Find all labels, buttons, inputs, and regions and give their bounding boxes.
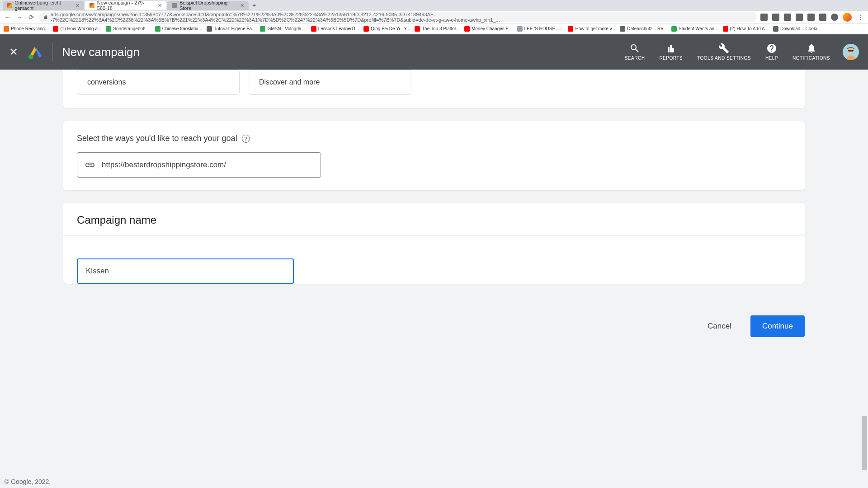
continue-button[interactable]: Continue bbox=[750, 315, 805, 337]
bookmark-label: Chinese translatio... bbox=[162, 26, 202, 31]
close-button[interactable]: ✕ bbox=[9, 46, 27, 58]
bookmark-favicon bbox=[464, 26, 470, 32]
new-tab-button[interactable]: + bbox=[250, 1, 259, 10]
reports-icon bbox=[665, 43, 676, 54]
profile-avatar[interactable] bbox=[843, 13, 852, 22]
tool-label: TOOLS AND SETTINGS bbox=[697, 56, 751, 61]
reports-tool[interactable]: REPORTS bbox=[652, 43, 690, 61]
section-label-text: Select the ways you'd like to reach your… bbox=[77, 134, 237, 143]
bookmark-item[interactable]: Download – Cooki... bbox=[773, 26, 821, 32]
bookmark-item[interactable]: GMSN - Vologda,... bbox=[260, 26, 306, 32]
bookmark-item[interactable]: Student Wants an... bbox=[671, 26, 718, 32]
bookmark-item[interactable]: Phone Recycling... bbox=[4, 26, 48, 32]
bookmark-item[interactable]: Datenschutz – Re... bbox=[620, 26, 667, 32]
zoom-icon[interactable] bbox=[772, 14, 779, 21]
bookmark-favicon bbox=[568, 26, 573, 32]
bookmark-label: Sonderangebot! ... bbox=[113, 26, 150, 31]
bookmark-favicon bbox=[773, 26, 778, 32]
option-label: conversions bbox=[87, 78, 126, 86]
svg-point-0 bbox=[28, 54, 33, 59]
translate-icon[interactable] bbox=[760, 14, 768, 21]
bookmark-favicon bbox=[155, 26, 160, 32]
back-button[interactable]: ← bbox=[4, 13, 12, 21]
bookmark-item[interactable]: (2) How To Add A... bbox=[723, 26, 769, 32]
bookmark-favicon bbox=[4, 26, 9, 32]
url-value: https://besterdropshippingstore.com/ bbox=[102, 160, 226, 169]
help-tool[interactable]: HELP bbox=[758, 43, 785, 61]
scrollbar[interactable] bbox=[862, 34, 867, 488]
bookmark-item[interactable]: How to get more v... bbox=[568, 26, 615, 32]
bookmark-label: Phone Recycling... bbox=[11, 26, 48, 31]
bookmark-item[interactable]: Lessons Learned f... bbox=[311, 26, 359, 32]
bookmark-label: Datenschutz – Re... bbox=[627, 26, 667, 31]
bookmark-favicon bbox=[517, 26, 523, 32]
tab-close-icon[interactable]: ✕ bbox=[158, 3, 162, 9]
bookmark-label: Qing Fei De Yi - Y... bbox=[371, 26, 410, 31]
address-bar[interactable]: ads.google.com/aw/campaigns/new?ocid=359… bbox=[39, 12, 757, 22]
tools-settings[interactable]: TOOLS AND SETTINGS bbox=[690, 43, 758, 61]
campaign-name-card: Campaign name bbox=[63, 203, 805, 284]
browser-tab[interactable]: Onlinewerbung leicht gemacht ✕ bbox=[3, 1, 84, 10]
bookmark-label: How to get more v... bbox=[575, 26, 615, 31]
bookmark-favicon bbox=[723, 26, 728, 32]
bookmark-favicon bbox=[260, 26, 265, 32]
option-discover[interactable]: Discover and more bbox=[249, 70, 411, 95]
search-icon bbox=[629, 43, 640, 54]
forward-button[interactable]: → bbox=[15, 13, 24, 21]
bookmark-star-icon[interactable] bbox=[796, 14, 803, 21]
avatar-icon bbox=[843, 44, 859, 60]
bookmark-label: (1) How Working a... bbox=[60, 26, 101, 31]
bookmark-favicon bbox=[311, 26, 316, 32]
share-icon[interactable] bbox=[784, 14, 791, 21]
tab-title: Onlinewerbung leicht gemacht bbox=[14, 0, 71, 11]
cancel-button[interactable]: Cancel bbox=[696, 315, 743, 337]
reload-button[interactable]: ⟳ bbox=[27, 13, 35, 21]
bookmark-item[interactable]: Chinese translatio... bbox=[155, 26, 202, 32]
bookmark-label: Money Changes E... bbox=[472, 26, 513, 31]
bookmark-item[interactable]: (1) How Working a... bbox=[53, 26, 101, 32]
action-row: Cancel Continue bbox=[63, 315, 805, 337]
user-avatar[interactable] bbox=[843, 44, 859, 60]
google-ads-logo bbox=[27, 44, 43, 60]
option-conversions[interactable]: conversions bbox=[77, 70, 240, 95]
wrench-icon bbox=[718, 43, 729, 54]
browser-tab-active[interactable]: New campaign - 279-560-18 ✕ bbox=[85, 1, 166, 10]
extension-icon[interactable] bbox=[807, 14, 815, 21]
section-label: Select the ways you'd like to reach your… bbox=[77, 134, 250, 143]
browser-tab[interactable]: Beispiel Dropshipping Store ✕ bbox=[167, 1, 249, 10]
tool-label: SEARCH bbox=[625, 56, 645, 61]
option-label: Discover and more bbox=[259, 78, 320, 86]
website-url-input[interactable]: https://besterdropshippingstore.com/ bbox=[77, 152, 321, 178]
bookmark-item[interactable]: Tutorial: Eigene Fa... bbox=[207, 26, 255, 32]
bookmark-label: Lessons Learned f... bbox=[318, 26, 359, 31]
bookmark-item[interactable]: Sonderangebot! ... bbox=[106, 26, 150, 32]
help-icon[interactable]: ? bbox=[242, 135, 250, 143]
tab-favicon bbox=[7, 3, 12, 8]
extension-icon[interactable] bbox=[831, 14, 838, 21]
bookmark-label: Download – Cooki... bbox=[780, 26, 821, 31]
tab-close-icon[interactable]: ✕ bbox=[240, 3, 244, 9]
bell-icon bbox=[806, 43, 817, 54]
scrollbar-thumb[interactable] bbox=[862, 416, 867, 470]
tool-label: REPORTS bbox=[659, 56, 683, 61]
tab-close-icon[interactable]: ✕ bbox=[75, 3, 80, 9]
bookmark-favicon bbox=[53, 26, 58, 32]
footer-text: © Google, 2022. bbox=[5, 478, 51, 485]
bookmark-item[interactable]: LEE 'S HOUSE—... bbox=[517, 26, 564, 32]
link-icon bbox=[85, 160, 95, 170]
menu-icon[interactable]: ⋮ bbox=[856, 13, 864, 21]
campaign-name-input[interactable] bbox=[86, 267, 285, 276]
browser-toolbar: ← → ⟳ ads.google.com/aw/campaigns/new?oc… bbox=[0, 11, 868, 23]
app-header: ✕ New campaign SEARCH REPORTS TOOLS AND … bbox=[0, 34, 868, 70]
divider bbox=[63, 235, 805, 236]
search-tool[interactable]: SEARCH bbox=[618, 43, 652, 61]
reach-goal-card: Select the ways you'd like to reach your… bbox=[63, 121, 805, 190]
tool-label: HELP bbox=[765, 56, 778, 61]
extension-icon[interactable] bbox=[819, 14, 826, 21]
notifications-tool[interactable]: NOTIFICATIONS bbox=[785, 43, 837, 61]
bookmark-label: Student Wants an... bbox=[679, 26, 718, 31]
bookmark-favicon bbox=[671, 26, 677, 32]
bookmark-item[interactable]: The Top 3 Platfor... bbox=[415, 26, 460, 32]
bookmark-item[interactable]: Qing Fei De Yi - Y... bbox=[363, 26, 410, 32]
bookmark-item[interactable]: Money Changes E... bbox=[464, 26, 513, 32]
